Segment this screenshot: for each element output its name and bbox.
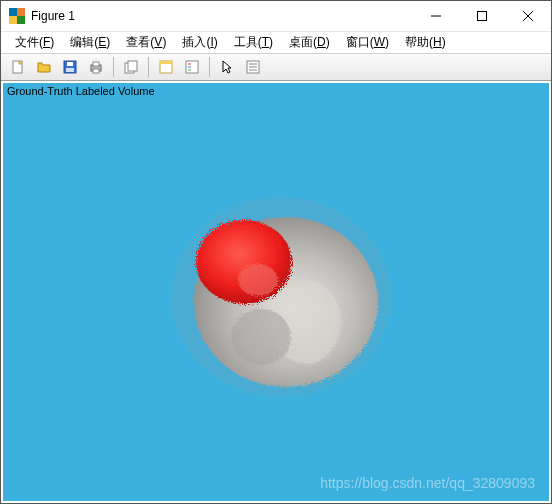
minimize-button[interactable] <box>413 1 459 31</box>
pointer-icon[interactable] <box>215 56 239 78</box>
volume-rendering <box>146 172 406 412</box>
toolbar-separator <box>148 57 149 77</box>
svg-point-25 <box>231 309 291 365</box>
data-cursor-icon[interactable] <box>241 56 265 78</box>
svg-rect-12 <box>128 61 137 71</box>
menubar: 文件(F) 编辑(E) 查看(V) 插入(I) 工具(T) 桌面(D) 窗口(W… <box>1 31 551 53</box>
window-title: Figure 1 <box>31 9 413 23</box>
svg-rect-6 <box>67 62 73 66</box>
menu-view[interactable]: 查看(V) <box>118 32 174 53</box>
app-logo-icon <box>9 8 25 24</box>
copy-figure-icon[interactable] <box>119 56 143 78</box>
svg-point-26 <box>238 264 278 296</box>
toolbar-separator <box>209 57 210 77</box>
new-file-icon[interactable] <box>6 56 30 78</box>
menu-file[interactable]: 文件(F) <box>7 32 62 53</box>
figure-canvas[interactable]: Ground-Truth Labeled Volume <box>3 83 549 501</box>
svg-rect-9 <box>93 62 99 66</box>
watermark: https://blog.csdn.net/qq_32809093 <box>320 475 535 491</box>
close-button[interactable] <box>505 1 551 31</box>
legend-icon[interactable] <box>180 56 204 78</box>
menu-tools[interactable]: 工具(T) <box>226 32 281 53</box>
svg-rect-10 <box>93 69 99 73</box>
menu-help[interactable]: 帮助(H) <box>397 32 454 53</box>
svg-rect-1 <box>478 12 487 21</box>
svg-rect-7 <box>66 68 74 72</box>
toolbar-separator <box>113 57 114 77</box>
figure-caption: Ground-Truth Labeled Volume <box>7 85 155 97</box>
figure-area: Ground-Truth Labeled Volume <box>1 81 551 503</box>
titlebar: Figure 1 <box>1 1 551 31</box>
save-icon[interactable] <box>58 56 82 78</box>
window-controls <box>413 1 551 31</box>
open-folder-icon[interactable] <box>32 56 56 78</box>
menu-insert[interactable]: 插入(I) <box>174 32 225 53</box>
menu-desktop[interactable]: 桌面(D) <box>281 32 338 53</box>
maximize-button[interactable] <box>459 1 505 31</box>
svg-rect-14 <box>160 61 172 64</box>
menu-window[interactable]: 窗口(W) <box>338 32 397 53</box>
toolbar <box>1 53 551 81</box>
layout-icon[interactable] <box>154 56 178 78</box>
print-icon[interactable] <box>84 56 108 78</box>
svg-rect-15 <box>186 61 198 73</box>
menu-edit[interactable]: 编辑(E) <box>62 32 118 53</box>
